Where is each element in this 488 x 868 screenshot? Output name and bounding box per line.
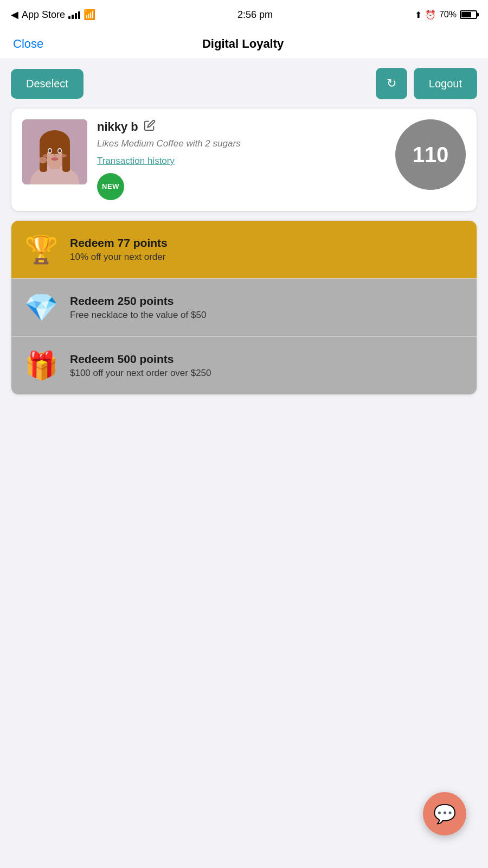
reward-title-2: Redeem 250 points bbox=[70, 295, 466, 308]
carrier-label: App Store bbox=[22, 9, 65, 21]
profile-likes: Likes Medium Coffee with 2 sugars bbox=[97, 137, 386, 150]
logout-button[interactable]: Logout bbox=[414, 68, 477, 99]
profile-card: nikky b Likes Medium Coffee with 2 sugar… bbox=[11, 108, 477, 212]
alarm-icon: ⏰ bbox=[425, 10, 436, 20]
status-right: ⬆ ⏰ 70% bbox=[415, 10, 477, 20]
chat-fab-button[interactable]: 💬 bbox=[423, 792, 466, 835]
page-title: Digital Loyalty bbox=[202, 37, 284, 51]
reward-desc-3: $100 off your next order over $250 bbox=[70, 368, 466, 379]
transaction-history-link[interactable]: Transaction history bbox=[97, 156, 386, 167]
profile-name: nikky b bbox=[97, 120, 138, 134]
location-icon: ⬆ bbox=[415, 10, 422, 20]
chat-icon: 💬 bbox=[433, 803, 456, 825]
refresh-button[interactable]: ↻ bbox=[376, 68, 407, 99]
status-carrier: ◀ App Store 📶 bbox=[11, 9, 95, 21]
svg-point-15 bbox=[38, 157, 47, 163]
avatar bbox=[22, 119, 87, 184]
svg-point-14 bbox=[60, 154, 67, 157]
reward-row-2[interactable]: 💎 Redeem 250 points Free necklace to the… bbox=[11, 279, 477, 337]
profile-info: nikky b Likes Medium Coffee with 2 sugar… bbox=[97, 119, 386, 200]
svg-point-10 bbox=[59, 149, 61, 152]
reward-text-2: Redeem 250 points Free necklace to the v… bbox=[70, 295, 466, 321]
wifi-icon: 📶 bbox=[84, 9, 95, 21]
reward-desc-2: Free necklace to the value of $50 bbox=[70, 310, 466, 321]
points-circle: 110 bbox=[395, 119, 466, 190]
reward-desc-1: 10% off your next order bbox=[70, 252, 466, 263]
svg-point-9 bbox=[49, 149, 52, 152]
new-badge: NEW bbox=[97, 173, 124, 200]
trophy-icon: 🏆 bbox=[22, 234, 60, 265]
svg-point-13 bbox=[43, 154, 49, 157]
svg-point-11 bbox=[53, 154, 56, 156]
reward-text-1: Redeem 77 points 10% off your next order bbox=[70, 237, 466, 263]
reward-title-3: Redeem 500 points bbox=[70, 353, 466, 366]
battery-percent: 70% bbox=[439, 10, 457, 20]
svg-point-12 bbox=[51, 157, 59, 161]
right-actions: ↻ Logout bbox=[376, 68, 477, 99]
nav-bar: Close Digital Loyalty bbox=[0, 29, 488, 59]
profile-name-row: nikky b bbox=[97, 119, 386, 134]
diamond-icon: 💎 bbox=[22, 292, 60, 323]
edit-icon[interactable] bbox=[144, 119, 156, 134]
status-bar: ◀ App Store 📶 2:56 pm ⬆ ⏰ 70% bbox=[0, 0, 488, 29]
signal-icon bbox=[68, 10, 80, 19]
reward-title-1: Redeem 77 points bbox=[70, 237, 466, 250]
action-bar: Deselect ↻ Logout bbox=[0, 59, 488, 108]
profile-section: nikky b Likes Medium Coffee with 2 sugar… bbox=[22, 119, 466, 200]
deselect-button[interactable]: Deselect bbox=[11, 69, 84, 99]
reward-text-3: Redeem 500 points $100 off your next ord… bbox=[70, 353, 466, 379]
reward-row-3[interactable]: 🎁 Redeem 500 points $100 off your next o… bbox=[11, 337, 477, 394]
refresh-icon: ↻ bbox=[387, 76, 396, 91]
status-time: 2:56 pm bbox=[237, 9, 273, 21]
battery-icon bbox=[460, 10, 477, 19]
reward-row-1[interactable]: 🏆 Redeem 77 points 10% off your next ord… bbox=[11, 221, 477, 279]
close-button[interactable]: Close bbox=[13, 37, 43, 51]
rewards-section: 🏆 Redeem 77 points 10% off your next ord… bbox=[11, 220, 477, 395]
gift-icon: 🎁 bbox=[22, 350, 60, 381]
back-arrow-icon: ◀ bbox=[11, 9, 18, 21]
